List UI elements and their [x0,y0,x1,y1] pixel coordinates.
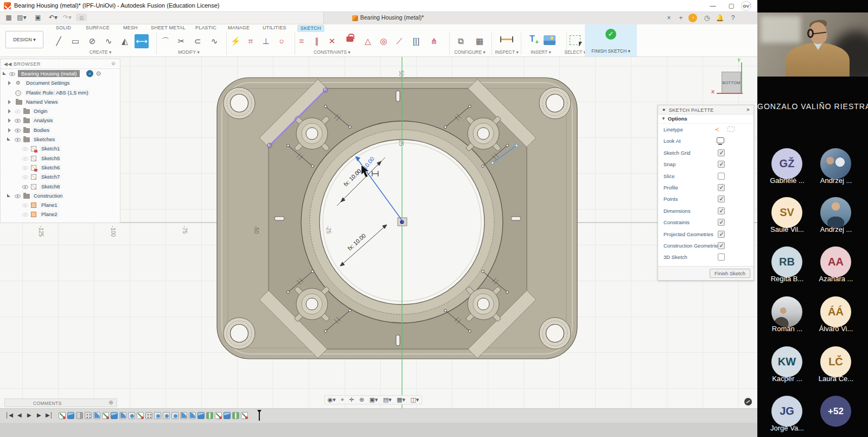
circle-constraint-icon[interactable]: ○ [275,34,289,48]
close-tab-icon[interactable]: × [664,13,674,23]
look-at-icon[interactable] [717,137,724,143]
step-back-button[interactable]: ◀ [17,412,22,418]
fillet-feature-icon[interactable] [93,412,100,419]
fix-constraint-icon[interactable] [347,36,354,42]
tab-plastic[interactable]: PLASTIC [195,25,216,32]
sketch-feature-icon[interactable] [137,412,144,419]
hole-feature-icon[interactable] [163,412,170,419]
tree-item-sketches[interactable]: Sketches [1,135,120,144]
configure-cube-icon[interactable]: ⧉ [454,34,468,48]
options-section-header[interactable]: ▼ Options [658,115,754,124]
document-tab[interactable]: Bearing Housing (metal)* [360,14,424,21]
notification-bell-icon[interactable]: 🔔 [715,13,725,23]
fillet-feature-icon[interactable] [189,412,196,419]
mirror-feature-icon[interactable] [76,412,83,419]
participant-avatar[interactable]: JG [771,396,802,427]
finish-sketch-palette-button[interactable]: Finish Sketch [710,269,750,278]
tree-item-plane2[interactable]: Plane2 [1,210,120,219]
sketch-feature-icon[interactable] [102,412,109,419]
participant-avatar[interactable] [771,296,802,327]
tree-item-sketch5[interactable]: Sketch5 [1,154,120,163]
grid-settings-icon[interactable]: ▦▾ [397,396,405,404]
viewports-icon[interactable]: ◫▾ [410,396,419,404]
slice-checkbox[interactable] [718,173,725,180]
app-grid-icon[interactable]: ▦ [3,14,14,21]
add-comment-icon[interactable]: ⊕ [108,400,113,406]
group-modify-label[interactable]: MODIFY ▾ [178,49,200,55]
extrude-feature-icon[interactable] [67,412,74,419]
home-icon[interactable]: ⌂ [76,14,87,21]
comments-bar[interactable]: COMMENTS ⊕ [4,398,117,407]
configuration-table-icon[interactable]: ▦ [473,34,487,48]
dimensions-checkbox[interactable] [718,207,725,214]
finish-sketch-button[interactable]: ✓ FINISH SKETCH ▾ [585,24,637,56]
offset-tool-icon[interactable]: ⊂ [190,34,205,48]
tree-item-plane1[interactable]: Plane1 [1,200,120,210]
participant-avatar[interactable] [820,197,851,228]
help-icon[interactable]: ? [728,13,738,23]
spline-tool-icon[interactable]: ∿ [101,34,116,48]
tab-surface[interactable]: SURFACE [86,25,110,32]
participant-overflow-badge[interactable]: +52 [820,396,851,427]
model-canvas[interactable]: fx: 10.00 10.00 fx: 10.00 -125 -100 -75 … [0,57,757,408]
hole-feature-icon[interactable] [171,412,178,419]
profile-checkbox[interactable] [718,184,725,191]
tab-mesh[interactable]: MESH [123,25,138,32]
break-tool-icon[interactable]: ∿ [207,34,221,48]
select-tool-icon[interactable] [570,35,580,45]
equal-constraint-icon[interactable]: = [295,34,309,48]
rectangular-pattern-feature-icon[interactable] [232,412,239,419]
tree-item-named-views[interactable]: Named Views [1,97,120,106]
minimize-button[interactable]: — [705,0,721,11]
extrude-feature-icon[interactable] [111,412,118,419]
tab-sketch[interactable]: SKETCH [297,25,324,32]
sketch-dimension-tool-icon[interactable]: ⟷ [135,34,149,48]
play-button[interactable]: ▶ [27,412,31,418]
viewcube[interactable]: BOTTOM [722,72,741,93]
3d-sketch-checkbox[interactable] [718,254,725,261]
perpendicular-constraint-icon[interactable]: ✕ [325,34,339,48]
extrude-feature-icon[interactable] [224,412,231,419]
redo-icon[interactable]: ↷▾ [62,14,73,21]
save-icon[interactable]: ▣ [33,14,43,21]
measure-tool-icon[interactable] [501,39,513,40]
participant-avatar[interactable]: AA [820,246,851,277]
circular-pattern-feature-icon[interactable] [85,412,92,419]
collapse-panel-icon[interactable]: ◀◀ [4,61,12,67]
tree-item-analysis[interactable]: Analysis [1,116,120,125]
participant-avatar[interactable]: SV [771,197,802,228]
undo-icon[interactable]: ↶▾ [48,14,59,21]
tab-manage[interactable]: MANAGE [228,25,250,32]
midpoint-constraint-icon[interactable]: △ [361,34,375,48]
parallel-constraint-icon[interactable]: ∥ [310,34,324,48]
panel-options-icon[interactable]: ⊖ [111,61,116,66]
search-icon[interactable]: ⌕ [86,70,93,77]
maximize-button[interactable]: ▢ [723,0,739,11]
group-inspect-label[interactable]: INSPECT ▾ [495,49,518,55]
presenter-video[interactable] [757,12,868,77]
participant-avatar[interactable]: ÁÁ [820,296,851,327]
job-status-icon[interactable]: ◔ [688,14,697,22]
group-insert-label[interactable]: INSERT ▾ [531,49,551,55]
group-select-label[interactable]: SELECT ▾ [564,49,586,55]
sketch-feature-icon[interactable] [59,412,66,419]
fillet-tool-icon[interactable]: ⌒ [158,34,173,48]
participant-avatar[interactable]: GŽ [771,148,802,179]
new-tab-icon[interactable]: + [676,13,686,23]
fit-icon[interactable]: ▣▾ [369,396,378,404]
tree-item-plastic-rule[interactable]: Plastic Rule: ABS (1,5 mm) [1,88,120,97]
pan-icon[interactable]: ✛ [349,396,354,404]
file-menu-icon[interactable]: ▤▾ [16,14,27,21]
sketch-feature-icon[interactable] [215,412,222,419]
concentric-constraint-icon[interactable]: ◎ [376,34,391,48]
go-to-start-button[interactable]: │◀ [5,412,13,418]
circular-pattern-feature-icon[interactable] [145,412,152,419]
step-forward-button[interactable]: ▶ [37,412,41,418]
canvas-image-icon[interactable] [544,35,556,45]
tree-item-sketch8[interactable]: Sketch8 [1,182,120,191]
orbit-icon[interactable]: ◉▾ [328,396,336,404]
group-constraints-label[interactable]: CONSTRAINTS ▾ [314,49,350,55]
tree-item-origin[interactable]: Origin [1,106,120,116]
points-checkbox[interactable] [718,195,725,202]
participant-avatar[interactable]: LČ [820,346,851,377]
